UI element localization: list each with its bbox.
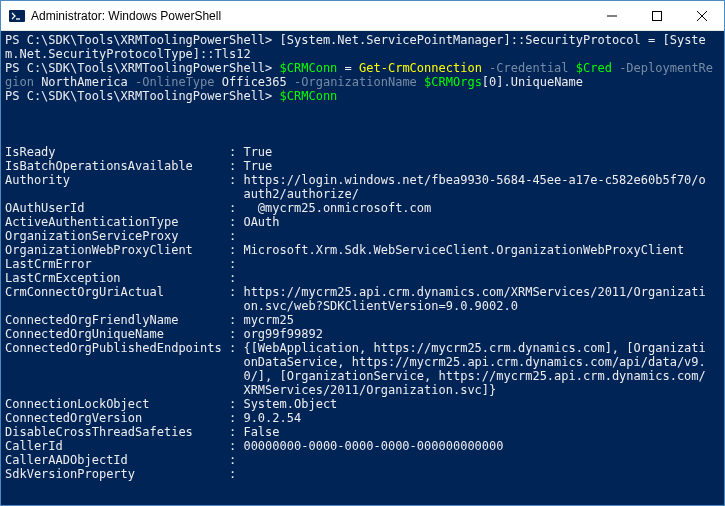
cmd-line-2: PS C:\SDK\Tools\XRMToolingPowerShell> $C…: [5, 61, 720, 89]
close-button[interactable]: [679, 1, 724, 30]
cmd-line-1: PS C:\SDK\Tools\XRMToolingPowerShell> [S…: [5, 33, 720, 61]
window-controls: [589, 1, 724, 30]
svg-rect-3: [652, 11, 661, 20]
minimize-button[interactable]: [589, 1, 634, 30]
powershell-icon: [9, 8, 25, 24]
output-block: IsReady : True IsBatchOperationsAvailabl…: [5, 117, 720, 481]
svg-rect-0: [9, 10, 25, 22]
powershell-window: Administrator: Windows PowerShell PS C:\…: [0, 0, 725, 506]
cmd-line-3: PS C:\SDK\Tools\XRMToolingPowerShell> $C…: [5, 89, 720, 103]
maximize-button[interactable]: [634, 1, 679, 30]
console-area[interactable]: PS C:\SDK\Tools\XRMToolingPowerShell> [S…: [1, 31, 724, 505]
window-title: Administrator: Windows PowerShell: [31, 9, 589, 23]
titlebar: Administrator: Windows PowerShell: [1, 1, 724, 31]
